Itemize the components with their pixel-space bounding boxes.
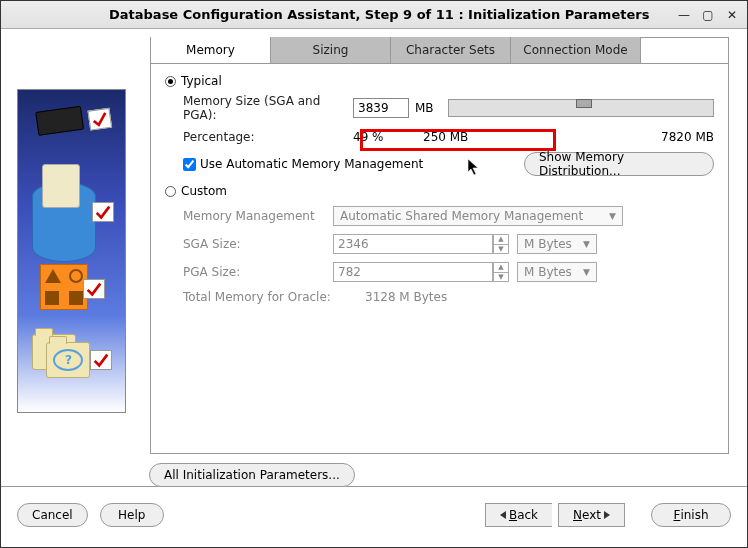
tab-character-sets[interactable]: Character Sets: [391, 37, 511, 63]
sga-unit-select: M Bytes ▼: [517, 234, 597, 254]
next-button[interactable]: Next: [558, 503, 625, 527]
footer-bar: Cancel Help Back Next Finish: [1, 487, 747, 543]
memory-size-unit: MB: [415, 101, 434, 115]
database-icon: [32, 172, 96, 272]
wizard-graphic: ?: [17, 89, 126, 413]
titlebar: Database Configuration Assistant, Step 9…: [1, 1, 747, 29]
back-button[interactable]: Back: [485, 503, 552, 527]
show-memory-distribution-button[interactable]: Show Memory Distribution...: [524, 152, 714, 176]
percentage-value: 49 %: [353, 130, 423, 144]
minimize-icon[interactable]: —: [677, 8, 691, 22]
pga-unit-select: M Bytes ▼: [517, 262, 597, 282]
pga-unit-value: M Bytes: [524, 265, 572, 279]
custom-radio[interactable]: Custom: [165, 184, 714, 198]
tab-connection-mode[interactable]: Connection Mode: [511, 37, 641, 63]
slider-min-label: 250 MB: [423, 130, 483, 144]
typical-radio[interactable]: Typical: [165, 74, 714, 88]
chevron-down-icon: ▼: [583, 267, 590, 277]
tab-bar: Memory Sizing Character Sets Connection …: [150, 37, 729, 64]
pga-size-label: PGA Size:: [183, 265, 333, 279]
memory-management-select: Automatic Shared Memory Management ▼: [333, 206, 623, 226]
chevron-right-icon: [604, 511, 610, 519]
close-icon[interactable]: ✕: [725, 8, 739, 22]
maximize-icon[interactable]: ▢: [701, 8, 715, 22]
pga-stepper: ▲▼: [493, 262, 509, 282]
chip-icon: [35, 104, 97, 155]
memory-management-value: Automatic Shared Memory Management: [340, 209, 583, 223]
memory-size-label: Memory Size (SGA and PGA):: [183, 94, 353, 122]
percentage-label: Percentage:: [183, 130, 353, 144]
typical-label: Typical: [181, 74, 222, 88]
slider-max-label: 7820 MB: [483, 130, 714, 144]
wizard-sidebar: ?: [9, 33, 134, 482]
total-memory-value: 3128 M Bytes: [365, 290, 447, 304]
total-memory-label: Total Memory for Oracle:: [183, 290, 365, 304]
cancel-button[interactable]: Cancel: [17, 503, 88, 527]
memory-size-slider[interactable]: [448, 99, 714, 117]
sga-size-input: [333, 234, 493, 254]
finish-button[interactable]: Finish: [651, 503, 731, 527]
sga-size-label: SGA Size:: [183, 237, 333, 251]
pga-size-input: [333, 262, 493, 282]
slider-thumb-icon[interactable]: [576, 99, 592, 108]
custom-label: Custom: [181, 184, 227, 198]
use-amm-checkbox[interactable]: [183, 158, 196, 171]
use-amm-label: Use Automatic Memory Management: [200, 157, 423, 171]
memory-panel: Typical Memory Size (SGA and PGA): MB Pe…: [150, 64, 729, 454]
shapes-icon: [40, 264, 88, 310]
window-title: Database Configuration Assistant, Step 9…: [9, 7, 667, 22]
help-button[interactable]: Help: [100, 503, 164, 527]
folders-icon: ?: [32, 328, 94, 384]
sga-stepper: ▲▼: [493, 234, 509, 254]
chevron-down-icon: ▼: [609, 211, 616, 221]
chevron-down-icon: ▼: [583, 239, 590, 249]
tab-sizing[interactable]: Sizing: [271, 37, 391, 63]
all-initialization-parameters-button[interactable]: All Initialization Parameters...: [149, 463, 355, 487]
memory-management-label: Memory Management: [183, 209, 333, 223]
main-area: ? Memory Sizing Character Sets Connectio…: [1, 29, 747, 487]
memory-size-input[interactable]: [353, 98, 409, 118]
sga-unit-value: M Bytes: [524, 237, 572, 251]
chevron-left-icon: [500, 511, 506, 519]
tab-memory[interactable]: Memory: [151, 37, 271, 63]
content-area: Memory Sizing Character Sets Connection …: [134, 33, 739, 482]
